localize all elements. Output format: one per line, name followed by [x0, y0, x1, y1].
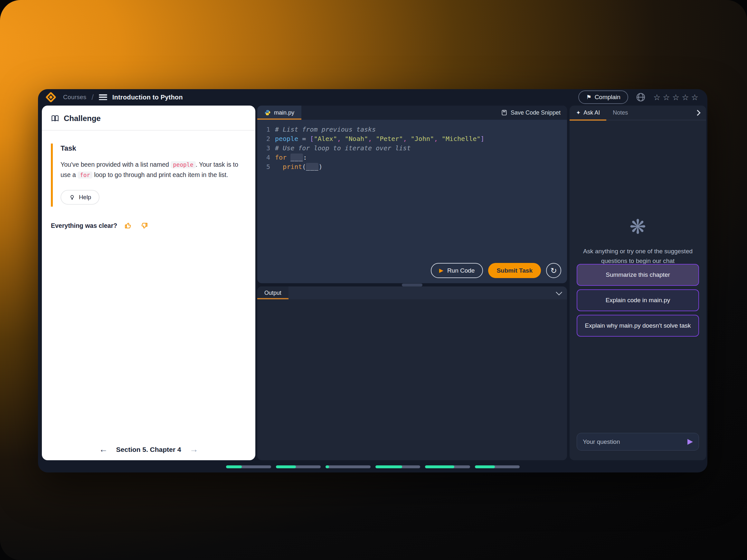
task-block: Task You've been provided with a list na…: [51, 143, 246, 207]
submit-task-button[interactable]: Submit Task: [488, 263, 541, 278]
ai-empty-text: Ask anything or try one of the suggested…: [570, 246, 706, 266]
next-chapter-arrow-icon[interactable]: →: [189, 445, 198, 454]
star-icon[interactable]: ☆: [672, 93, 679, 101]
suggestion-button[interactable]: Explain why main.py doesn't solve task: [577, 315, 699, 337]
help-button[interactable]: Help: [60, 190, 100, 205]
output-tab-bar: Output: [257, 287, 567, 299]
complain-label: Complain: [595, 94, 620, 101]
task-description: You've been provided with a list named p…: [60, 160, 246, 180]
ai-empty-state: ❋ Ask anything or try one of the suggest…: [570, 217, 706, 266]
editor-tab-bar: main.py Save Code Snippet: [257, 106, 567, 120]
inline-code-people: people: [171, 161, 196, 168]
save-code-snippet-button[interactable]: Save Code Snippet: [501, 109, 567, 116]
rating-stars: ☆☆☆☆☆: [653, 93, 698, 101]
code-line: 1# List from previous tasks: [257, 125, 567, 134]
challenge-title: Challenge: [64, 114, 101, 123]
save-snippet-icon: [501, 109, 508, 116]
task-heading: Task: [60, 144, 246, 153]
tab-output[interactable]: Output: [257, 287, 288, 299]
code-editor-panel: main.py Save Code Snippet 1# List from p…: [257, 106, 567, 283]
code-area[interactable]: 1# List from previous tasks2people = ["A…: [257, 120, 567, 171]
tab-ask-ai[interactable]: ✦ Ask AI: [570, 106, 606, 120]
code-line: 3# Use for loop to iterate over list: [257, 143, 567, 153]
suggestion-button[interactable]: Explain code in main.py: [577, 289, 699, 311]
chevron-right-icon[interactable]: [695, 110, 700, 115]
tab-main-py-label: main.py: [274, 109, 294, 116]
brand-logo-icon[interactable]: [45, 92, 56, 103]
inline-code-for: for: [78, 171, 93, 179]
tab-ask-ai-label: Ask AI: [584, 109, 600, 116]
ai-suggestions: Summarize this chapterExplain code in ma…: [577, 264, 699, 337]
refresh-icon: ↻: [550, 267, 557, 274]
course-menu-icon[interactable]: [99, 94, 107, 100]
challenge-panel: Challenge Task You've been provided with…: [42, 106, 255, 460]
chapter-navigation: ← Section 5. Chapter 4 →: [42, 445, 255, 454]
suggestion-button[interactable]: Summarize this chapter: [577, 264, 699, 286]
feedback-row: Everything was clear?: [51, 221, 246, 230]
progress-segment: [226, 465, 271, 468]
ai-tab-bar: ✦ Ask AI Notes: [570, 106, 706, 121]
question-box: [577, 433, 699, 451]
progress-segment: [276, 465, 321, 468]
help-label: Help: [79, 194, 91, 201]
panel-splitter: [257, 284, 567, 287]
save-snippet-label: Save Code Snippet: [511, 109, 561, 116]
run-code-label: Run Code: [447, 267, 475, 274]
tab-main-py[interactable]: main.py: [257, 106, 301, 120]
send-icon[interactable]: [688, 439, 693, 445]
book-icon: [51, 114, 59, 123]
chapter-label: Section 5. Chapter 4: [116, 446, 181, 453]
code-line: 5 print(___): [257, 162, 567, 171]
header-divider: [42, 130, 255, 131]
breadcrumb-courses[interactable]: Courses: [63, 94, 86, 101]
code-line: 2people = ["Alex", "Noah", "Peter", "Joh…: [257, 134, 567, 143]
ask-ai-panel: ✦ Ask AI Notes ❋ Ask anything or try one…: [570, 106, 706, 460]
feedback-question: Everything was clear?: [51, 222, 117, 230]
run-code-button[interactable]: ▶ Run Code: [431, 263, 483, 278]
lightbulb-icon: [69, 194, 75, 201]
course-title: Introduction to Python: [112, 94, 183, 101]
star-icon[interactable]: ☆: [663, 93, 670, 101]
chevron-down-icon[interactable]: [556, 289, 562, 295]
output-panel: Output: [257, 287, 567, 460]
splitter-grip[interactable]: [402, 284, 422, 287]
star-icon[interactable]: ☆: [691, 93, 698, 101]
play-icon: ▶: [439, 267, 443, 274]
ai-sparkle-icon: ✦: [576, 109, 581, 116]
tab-notes[interactable]: Notes: [606, 109, 634, 116]
question-input[interactable]: [583, 438, 688, 446]
complain-button[interactable]: ⚑ Complain: [578, 90, 628, 104]
progress-segment: [326, 465, 370, 468]
thumbs-down-icon[interactable]: [140, 221, 148, 230]
openai-logo-icon: ❋: [570, 217, 706, 237]
progress-segment: [475, 465, 520, 468]
progress-segment: [376, 465, 420, 468]
python-icon: [264, 109, 271, 116]
topbar-right: ⚑ Complain ☆☆☆☆☆: [578, 90, 698, 104]
star-icon[interactable]: ☆: [653, 93, 661, 101]
chapter-progress-bar: [226, 465, 520, 468]
language-globe-icon[interactable]: [637, 93, 645, 101]
reset-code-button[interactable]: ↻: [546, 263, 561, 278]
challenge-header: Challenge: [42, 106, 255, 130]
progress-segment: [425, 465, 470, 468]
app-window: Courses / Introduction to Python ⚑ Compl…: [38, 89, 707, 473]
code-line: 4for ___:: [257, 153, 567, 162]
star-icon[interactable]: ☆: [681, 93, 689, 101]
thumbs-up-icon[interactable]: [124, 221, 133, 230]
editor-actions: ▶ Run Code Submit Task ↻: [431, 263, 561, 278]
prev-chapter-arrow-icon[interactable]: ←: [99, 445, 108, 454]
top-bar: Courses / Introduction to Python ⚑ Compl…: [38, 89, 707, 105]
breadcrumb-separator: /: [92, 93, 94, 102]
flag-icon: ⚑: [586, 94, 591, 101]
